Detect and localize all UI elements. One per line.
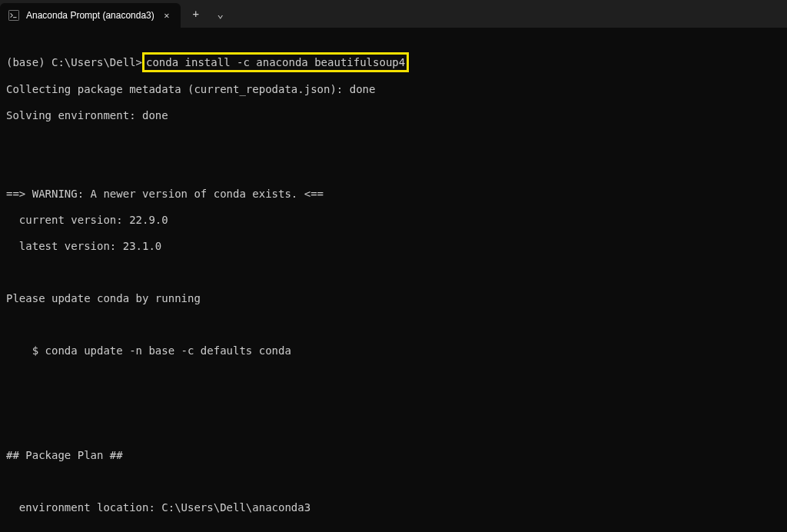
output-line: $ conda update -n base -c defaults conda (6, 344, 781, 357)
blank-line (6, 135, 781, 148)
blank-line (6, 527, 781, 532)
blank-line (6, 318, 781, 331)
blank-line (6, 266, 781, 279)
svg-rect-0 (8, 10, 18, 20)
plan-header: ## Package Plan ## (6, 449, 781, 462)
blank-line (6, 475, 781, 488)
warning-line: latest version: 23.1.0 (6, 240, 781, 253)
blank-line (6, 161, 781, 175)
env-location: environment location: C:\Users\Dell\anac… (6, 501, 781, 514)
window-tab[interactable]: Anaconda Prompt (anaconda3) ✕ (0, 3, 181, 28)
blank-line (6, 371, 781, 384)
prompt-line: (base) C:\Users\Dell>conda install -c an… (6, 55, 781, 70)
warning-line: current version: 22.9.0 (6, 214, 781, 227)
output-line: Please update conda by running (6, 292, 781, 305)
prompt-prefix: (base) C:\Users\Dell> (6, 56, 142, 68)
titlebar-actions: + ⌄ (184, 0, 233, 28)
output-line: Collecting package metadata (current_rep… (6, 83, 781, 96)
terminal-icon (8, 9, 20, 22)
tab-title: Anaconda Prompt (anaconda3) (26, 10, 154, 21)
blank-line (6, 423, 781, 436)
close-tab-button[interactable]: ✕ (161, 9, 173, 22)
warning-line: ==> WARNING: A newer version of conda ex… (6, 188, 781, 201)
terminal-output[interactable]: (base) C:\Users\Dell>conda install -c an… (0, 28, 787, 532)
blank-line (6, 397, 781, 410)
tab-dropdown-button[interactable]: ⌄ (208, 2, 233, 26)
new-tab-button[interactable]: + (184, 2, 208, 26)
output-line: Solving environment: done (6, 109, 781, 122)
window-titlebar: Anaconda Prompt (anaconda3) ✕ + ⌄ (0, 0, 787, 28)
highlighted-command: conda install -c anaconda beautifulsoup4 (142, 52, 409, 72)
